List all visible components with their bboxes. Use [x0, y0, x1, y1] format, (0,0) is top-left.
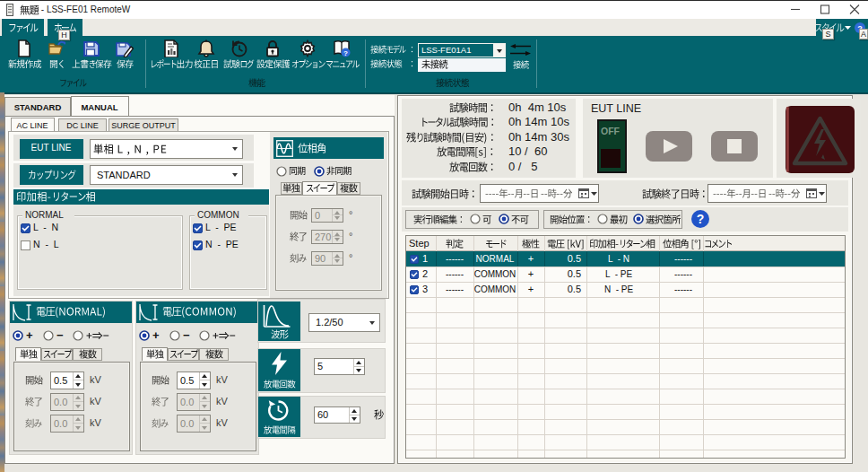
- svg-text:?: ?: [343, 49, 348, 57]
- svg-text:?: ?: [697, 212, 705, 226]
